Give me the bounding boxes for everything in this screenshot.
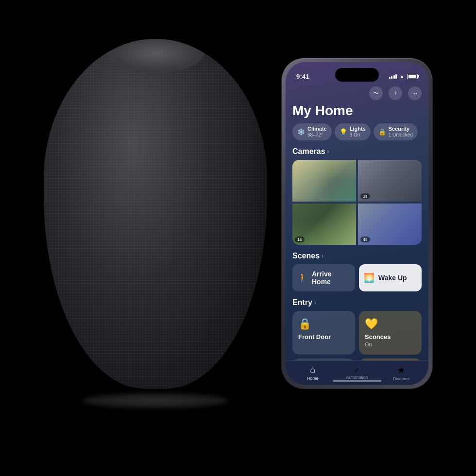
arrive-home-icon: 🚶 bbox=[297, 272, 308, 283]
iphone-screen: 9:41 ▲ 〜 bbox=[286, 62, 428, 385]
scenes-section-title: Scenes bbox=[292, 252, 320, 260]
homepod-mesh bbox=[44, 39, 267, 389]
camera-badge-3: 1s bbox=[295, 237, 305, 242]
sconces-title: Sconces bbox=[365, 333, 416, 341]
climate-pill[interactable]: ❄️ Climate 68–72° bbox=[292, 123, 332, 140]
cameras-section-header[interactable]: Cameras › bbox=[292, 147, 422, 156]
wake-up-button[interactable]: 🌅 Wake Up bbox=[359, 264, 422, 291]
status-pills: ❄️ Climate 68–72° 💡 Lights 3 On bbox=[292, 123, 422, 140]
home-tab-label: Home bbox=[307, 376, 319, 381]
automation-tab-label: Automation bbox=[346, 375, 368, 380]
app-content: 〜 + ··· My Home ❄️ Climate 68–72° bbox=[286, 86, 428, 361]
scene: 9:41 ▲ 〜 bbox=[0, 0, 476, 476]
page-title: My Home bbox=[292, 103, 422, 119]
signal-bars-icon bbox=[389, 74, 397, 79]
lights-label: Lights bbox=[350, 126, 366, 132]
signal-bar-2 bbox=[391, 76, 392, 79]
home-tab-icon: ⌂ bbox=[310, 365, 315, 375]
wake-up-label: Wake Up bbox=[378, 274, 407, 282]
signal-bar-1 bbox=[389, 77, 391, 79]
entry-section-title: Entry bbox=[292, 298, 312, 307]
front-door-card[interactable]: 🔒 Front Door bbox=[292, 311, 355, 355]
security-label: Security bbox=[389, 126, 413, 132]
camera-thumb-2[interactable]: 3s bbox=[358, 160, 422, 202]
security-icon: 🔒 bbox=[378, 128, 386, 136]
discover-tab-icon: ★ bbox=[397, 365, 405, 375]
homepod-body bbox=[44, 39, 267, 389]
security-text: Security 1 Unlocked bbox=[389, 126, 413, 138]
dynamic-island bbox=[335, 68, 379, 82]
homepod-base bbox=[83, 393, 228, 408]
tab-discover[interactable]: ★ Discover bbox=[379, 365, 424, 381]
wifi-icon: ▲ bbox=[399, 73, 405, 79]
security-value: 1 Unlocked bbox=[389, 132, 413, 138]
scenes-chevron-icon: › bbox=[322, 253, 323, 259]
climate-value: 68–72° bbox=[307, 132, 327, 138]
cameras-section-title: Cameras bbox=[292, 147, 325, 156]
front-door-title: Front Door bbox=[298, 333, 349, 341]
entry-section-header[interactable]: Entry › bbox=[292, 298, 422, 307]
sconces-sub: On bbox=[365, 341, 416, 347]
more-button[interactable]: ··· bbox=[408, 86, 422, 100]
climate-icon: ❄️ bbox=[297, 128, 305, 136]
entry-chevron-icon: › bbox=[314, 299, 316, 306]
discover-tab-label: Discover bbox=[393, 376, 410, 381]
signal-bar-3 bbox=[393, 75, 395, 79]
sconces-card[interactable]: 💛 Sconces On bbox=[359, 311, 422, 355]
lights-value: 3 On bbox=[350, 132, 366, 138]
security-pill[interactable]: 🔒 Security 1 Unlocked bbox=[374, 123, 418, 140]
climate-text: Climate 68–72° bbox=[307, 126, 327, 138]
lights-pill[interactable]: 💡 Lights 3 On bbox=[335, 123, 371, 140]
sconces-icon: 💛 bbox=[365, 318, 416, 330]
status-time: 9:41 bbox=[296, 73, 309, 80]
front-door-icon: 🔒 bbox=[298, 318, 349, 330]
scenes-row: 🚶 Arrive Home 🌅 Wake Up bbox=[292, 264, 422, 291]
signal-bar-4 bbox=[395, 74, 397, 79]
lights-text: Lights 3 On bbox=[350, 126, 366, 138]
camera-thumb-3[interactable]: 1s bbox=[292, 204, 356, 245]
add-button[interactable]: + bbox=[389, 86, 402, 100]
arrive-home-label: Arrive Home bbox=[312, 270, 350, 286]
camera-thumb-4[interactable]: 4s bbox=[358, 204, 422, 245]
lights-icon: 💡 bbox=[340, 128, 347, 136]
automation-tab-icon: ✓ bbox=[354, 366, 360, 374]
iphone: 9:41 ▲ 〜 bbox=[282, 58, 432, 389]
homepod bbox=[29, 39, 282, 418]
tab-home[interactable]: ⌂ Home bbox=[290, 365, 335, 381]
camera-thumb-1[interactable] bbox=[292, 160, 356, 202]
app-header: 〜 + ··· bbox=[292, 86, 422, 100]
waveform-button[interactable]: 〜 bbox=[369, 86, 383, 100]
entry-cards: 🔒 Front Door 💛 Sconces On 💛 Overhead bbox=[292, 311, 422, 361]
cameras-grid: 3s 1s 4s bbox=[292, 160, 422, 245]
battery-fill bbox=[408, 75, 416, 78]
camera-badge-2: 3s bbox=[360, 193, 370, 199]
wake-up-icon: 🌅 bbox=[364, 272, 374, 283]
home-indicator bbox=[333, 380, 381, 382]
climate-label: Climate bbox=[307, 126, 327, 132]
battery-icon bbox=[407, 74, 418, 79]
cameras-chevron-icon: › bbox=[327, 148, 329, 155]
status-icons: ▲ bbox=[389, 73, 418, 79]
arrive-home-button[interactable]: 🚶 Arrive Home bbox=[292, 264, 355, 291]
scenes-section-header[interactable]: Scenes › bbox=[292, 252, 422, 260]
camera-badge-4: 4s bbox=[360, 237, 370, 242]
tab-automation[interactable]: ✓ Automation bbox=[335, 366, 379, 380]
